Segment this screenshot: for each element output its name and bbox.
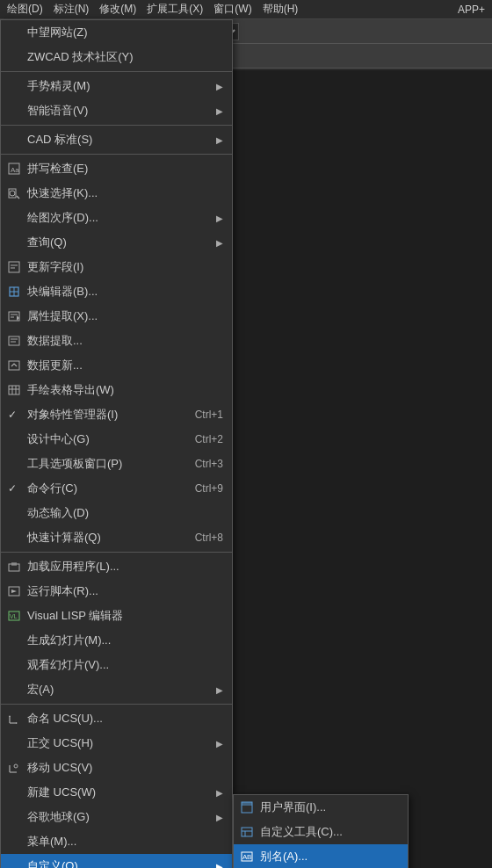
load-app-icon [6, 561, 22, 573]
menu-item-gen-slide[interactable]: 生成幻灯片(M)... [1, 628, 232, 653]
svg-rect-5 [9, 262, 19, 272]
svg-rect-18 [9, 361, 19, 370]
menu-item-dynamic-input[interactable]: 动态输入(D) [1, 501, 232, 525]
menu-item-query[interactable]: 查询(Q) ▶ [1, 230, 232, 255]
menu-item-visual-lisp[interactable]: VL Visual LISP 编辑器 [1, 604, 232, 628]
menu-ext-tools[interactable]: 扩展工具(X) [141, 0, 208, 18]
menu-item-spell-check[interactable]: Aa 拼写检查(E) [1, 156, 232, 181]
menu-item-view-slide[interactable]: 观看幻灯片(V)... [1, 653, 232, 677]
menu-item-update-field[interactable]: 更新字段(I) [1, 255, 232, 279]
submenu-arrow-icon: ▶ [216, 82, 223, 91]
menu-item-label: 运行脚本(R)... [27, 583, 98, 599]
menu-item-data-update[interactable]: 数据更新... [1, 353, 232, 378]
menu-modify[interactable]: 修改(M) [94, 0, 141, 18]
submenu-arrow-icon: ▶ [216, 788, 223, 798]
separator-2 [1, 125, 232, 126]
submenu-item-alias[interactable]: A B 别名(A)... [234, 844, 408, 868]
menu-item-tool-palette[interactable]: 工具选项板窗口(P) Ctrl+3 [1, 452, 232, 476]
menu-item-label: 对象特性管理器(I) [27, 407, 118, 423]
menu-item-load-app[interactable]: 加载应用程序(L)... [1, 554, 232, 579]
menu-item-menu-edit[interactable]: 菜单(M)... [1, 829, 232, 854]
submenu-item-label: 自定义工具(C)... [260, 824, 343, 840]
named-ucs-icon [6, 712, 22, 725]
menu-help[interactable]: 帮助(H) [257, 0, 304, 18]
menu-item-gesture[interactable]: 手势精灵(M) ▶ [1, 74, 232, 98]
shortcut-label: Ctrl+3 [195, 458, 223, 470]
menu-item-label: 菜单(M)... [27, 834, 76, 850]
menu-item-cad-standard[interactable]: CAD 标准(S) ▶ [1, 127, 232, 152]
menu-item-zwcad-tech[interactable]: ZWCAD 技术社区(Y) [1, 45, 232, 69]
submenu-arrow-icon: ▶ [216, 135, 223, 145]
menu-item-obj-prop-mgr[interactable]: ✓ 对象特性管理器(I) Ctrl+1 [1, 402, 232, 427]
svg-text:Aa: Aa [11, 166, 19, 174]
spell-check-icon: Aa [6, 163, 22, 175]
menu-item-label: 命令行(C) [27, 481, 77, 496]
menu-item-label: 生成幻灯片(M)... [27, 633, 111, 648]
visual-lisp-icon: VL [6, 610, 22, 622]
menu-item-quick-calc[interactable]: 快速计算器(Q) Ctrl+8 [1, 525, 232, 550]
menu-item-label: 快速计算器(Q) [27, 530, 101, 546]
svg-point-35 [14, 764, 18, 768]
menu-dim[interactable]: 标注(N) [48, 0, 95, 18]
menu-item-quick-select[interactable]: 快速选择(K)... [1, 181, 232, 206]
menu-window[interactable]: 窗口(W) [208, 0, 257, 18]
menu-item-label: Visual LISP 编辑器 [27, 608, 123, 624]
menu-item-label: 绘图次序(D)... [27, 210, 98, 226]
menu-item-data-extract[interactable]: 数据提取... [1, 329, 232, 353]
menu-item-label: 中望网站(Z) [27, 25, 88, 40]
app-plus-button[interactable]: APP+ [452, 2, 490, 18]
svg-marker-26 [11, 590, 17, 593]
menu-item-named-ucs[interactable]: 命名 UCS(U)... [1, 706, 232, 731]
menu-item-cmdline[interactable]: ✓ 命令行(C) Ctrl+9 [1, 476, 232, 501]
menu-item-customize[interactable]: 自定义(O) ▶ [1, 854, 232, 868]
menu-item-macro[interactable]: 宏(A) ▶ [1, 677, 232, 702]
menu-item-table-export[interactable]: 手绘表格导出(W) [1, 378, 232, 402]
menu-item-zhongwang[interactable]: 中望网站(Z) [1, 20, 232, 45]
menu-item-label: 更新字段(I) [27, 259, 83, 275]
canvas-area [233, 70, 492, 868]
menu-item-label: 手势精灵(M) [27, 78, 90, 94]
customize-submenu: 用户界面(I)... 自定义工具(C)... A [233, 794, 409, 868]
main-dropdown-menu: 中望网站(Z) ZWCAD 技术社区(Y) 手势精灵(M) ▶ 智能语音(V) … [0, 19, 233, 868]
shortcut-label: Ctrl+2 [195, 433, 223, 445]
dropdown-container: 中望网站(Z) ZWCAD 技术社区(Y) 手势精灵(M) ▶ 智能语音(V) … [0, 19, 233, 868]
menu-item-draw-order[interactable]: 绘图次序(D)... ▶ [1, 206, 232, 230]
menu-bar: 绘图(D) 标注(N) 修改(M) 扩展工具(X) 窗口(W) 帮助(H) AP… [0, 0, 492, 19]
menu-item-attr-extract[interactable]: 属性提取(X)... [1, 304, 232, 329]
separator-1 [1, 71, 232, 72]
shortcut-label: Ctrl+1 [195, 409, 223, 421]
submenu-item-user-interface[interactable]: 用户界面(I)... [234, 795, 408, 820]
submenu-arrow-icon: ▶ [216, 739, 223, 749]
menu-item-label: 属性提取(X)... [27, 308, 98, 324]
shortcut-label: Ctrl+9 [195, 482, 223, 495]
svg-point-4 [10, 191, 15, 196]
menu-item-label: 智能语音(V) [27, 103, 88, 119]
update-field-icon [6, 261, 22, 273]
menu-item-label: CAD 标准(S) [27, 132, 92, 148]
submenu-arrow-icon: ▶ [216, 238, 223, 248]
menu-item-label: 新建 UCS(W) [27, 785, 96, 800]
menu-item-label: 正交 UCS(H) [27, 735, 93, 751]
data-update-icon [6, 359, 22, 372]
run-script-icon [6, 585, 22, 597]
menu-item-label: 查询(Q) [27, 235, 67, 250]
menu-item-smart-voice[interactable]: 智能语音(V) ▶ [1, 98, 232, 123]
checkmark-icon: ✓ [8, 409, 17, 421]
alias-icon: A B [239, 850, 255, 863]
menu-item-label: 设计中心(G) [27, 431, 90, 447]
menu-item-design-center[interactable]: 设计中心(G) Ctrl+2 [1, 427, 232, 452]
menu-item-ortho-ucs[interactable]: 正交 UCS(H) ▶ [1, 731, 232, 756]
submenu-arrow-icon: ▶ [216, 813, 223, 822]
submenu-item-custom-tool[interactable]: 自定义工具(C)... [234, 820, 408, 844]
menu-draw[interactable]: 绘图(D) [2, 0, 48, 18]
data-extract-icon [6, 335, 22, 347]
menu-item-new-ucs[interactable]: 新建 UCS(W) ▶ [1, 780, 232, 805]
menu-item-label: 谷歌地球(G) [27, 809, 90, 825]
svg-rect-37 [242, 802, 252, 806]
menu-item-block-editor[interactable]: 块编辑器(B)... [1, 279, 232, 304]
menu-item-run-script[interactable]: 运行脚本(R)... [1, 579, 232, 604]
submenu-arrow-icon: ▶ [216, 685, 223, 695]
menu-item-move-ucs[interactable]: 移动 UCS(V) [1, 756, 232, 780]
menu-item-label: 拼写检查(E) [27, 161, 88, 177]
menu-item-google-earth[interactable]: 谷歌地球(G) ▶ [1, 805, 232, 829]
